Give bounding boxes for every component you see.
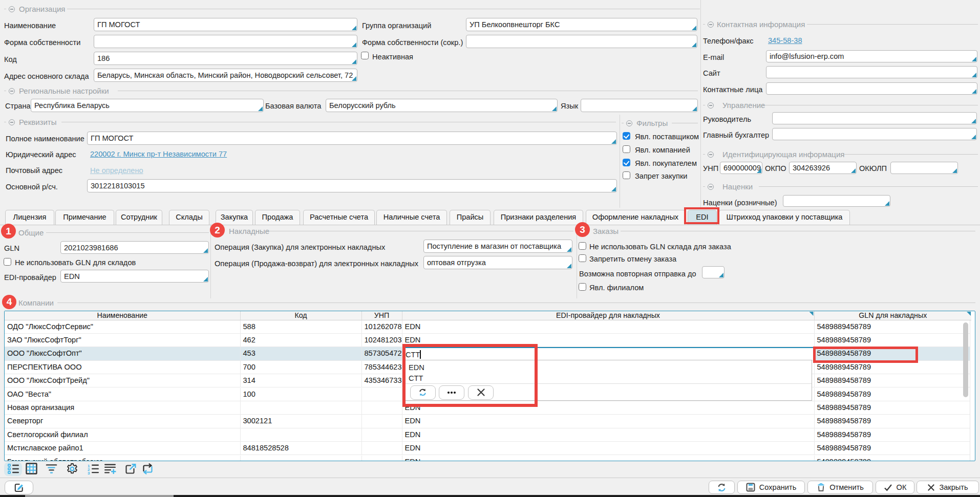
svg-text:3: 3 bbox=[88, 471, 90, 474]
